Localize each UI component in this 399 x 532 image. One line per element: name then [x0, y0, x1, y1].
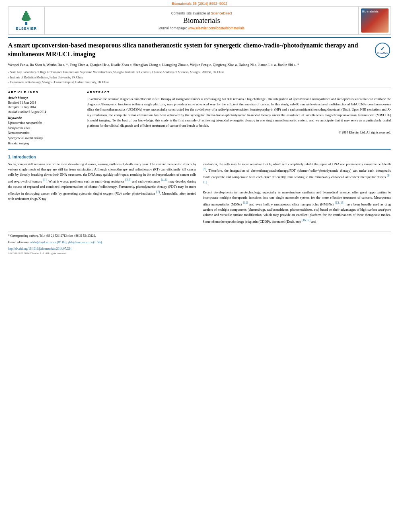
homepage-line: journal homepage: www.elsevier.com/locat…	[158, 26, 245, 30]
elsevier-logo-area: ELSEVIER	[8, 7, 45, 34]
article-title: A smart upconversion-based mesoporous si…	[8, 41, 375, 58]
journal-citation: Biomaterials 35 (2014) 8992–9002	[0, 0, 399, 6]
keyword-1: Upconversion nanoparticles	[8, 121, 80, 126]
divider-2	[8, 149, 391, 150]
corresponding-note: * Corresponding authors. Tel.: +86 21 52…	[8, 234, 391, 238]
journal-logo-text: Bio materials	[362, 10, 378, 13]
elsevier-label: ELSEVIER	[16, 27, 37, 31]
doi-link[interactable]: http://dx.doi.org/10.1016/j.biomaterials…	[8, 246, 391, 251]
intro-col-right: irradiation, the cells may be more sensi…	[203, 162, 391, 228]
accepted-date: Accepted 17 July 2014	[8, 105, 80, 109]
introduction-section: 1. Introduction So far, cancer still rem…	[8, 155, 391, 228]
journal-center: Contents lists available at ScienceDirec…	[45, 7, 358, 34]
sciencedirect-link[interactable]: ScienceDirect	[211, 11, 232, 15]
homepage-label: journal homepage:	[158, 26, 188, 30]
footer-area: * Corresponding authors. Tel.: +86 21 52…	[8, 232, 391, 255]
intro-para-2: irradiation, the cells may be more sensi…	[203, 162, 391, 187]
journal-ref-text: Biomaterials 35 (2014) 8992–9002	[172, 2, 227, 6]
sciencedirect-label: Contents lists available at	[171, 11, 210, 15]
journal-header: ELSEVIER Contents lists available at Sci…	[8, 6, 391, 35]
elsevier-logo: ELSEVIER	[16, 10, 37, 31]
issn-notice: 0142-9612/© 2014 Elsevier Ltd. All right…	[8, 252, 391, 255]
article-info-column: ARTICLE INFO Article history: Received 1…	[8, 90, 80, 146]
intro-para-1: So far, cancer still remains one of the …	[8, 162, 196, 202]
affiliation-b: b Institute of Radiation Medicine, Fudan…	[8, 75, 391, 80]
affiliations-section: a State Key Laboratory of High Performan…	[8, 70, 391, 84]
affiliation-a: a State Key Laboratory of High Performan…	[8, 70, 391, 74]
keyword-2: Mesoporous silica	[8, 126, 80, 131]
corresponding-note-text: * Corresponding authors. Tel.: +86 21 52…	[8, 234, 96, 238]
keyword-5: Bimodal imaging	[8, 141, 80, 146]
sciencedirect-line: Contents lists available at ScienceDirec…	[171, 11, 232, 15]
email-label: E-mail addresses:	[8, 240, 29, 244]
journal-title: Biomaterials	[183, 16, 220, 25]
copyright-notice: © 2014 Elsevier Ltd. All rights reserved…	[87, 131, 391, 134]
keyword-4: Synergetic tri-modal therapy	[8, 136, 80, 141]
page: Biomaterials 35 (2014) 8992–9002 ELSEVIE…	[0, 0, 399, 532]
crossmark-badge: ✓ CrossMark	[375, 43, 391, 59]
intro-heading: 1. Introduction	[8, 155, 391, 159]
info-abstract-section: ARTICLE INFO Article history: Received 1…	[8, 90, 391, 146]
affil-c-text: Department of Radiology, Shanghai Cancer…	[10, 80, 109, 84]
authors-text: Wenpei Fan a, Bo Shen b, Wenbo Bu a, *, …	[8, 63, 299, 67]
article-history-title: Article history:	[8, 96, 80, 100]
elsevier-tree-icon	[16, 10, 36, 26]
journal-logo-area: Bio materials	[358, 7, 391, 34]
authors-section: Wenpei Fan a, Bo Shen b, Wenbo Bu a, *, …	[8, 62, 391, 68]
intro-para-3: Recent developments in nanotechnology, e…	[203, 190, 391, 224]
journal-logo-box: Bio materials	[361, 8, 389, 33]
homepage-url[interactable]: www.elsevier.com/locate/biomaterials	[188, 26, 245, 30]
keywords-title: Keywords:	[8, 116, 80, 120]
received-date: Received 11 June 2014	[8, 101, 80, 105]
abstract-text: To achieve the accurate diagnosis and ef…	[87, 97, 391, 128]
affil-a-text: State Key Laboratory of High Performance…	[10, 70, 224, 74]
article-content: A smart upconversion-based mesoporous si…	[8, 37, 391, 228]
intro-col-left: So far, cancer still remains one of the …	[8, 162, 196, 228]
crossmark-icon: ✓ CrossMark	[375, 43, 390, 58]
article-info-title: ARTICLE INFO	[8, 90, 80, 94]
svg-point-4	[25, 11, 28, 13]
affiliation-c: c Department of Radiology, Shanghai Canc…	[8, 80, 391, 84]
email-note: E-mail addresses: wbbu@mail.sic.ac.cn (W…	[8, 240, 391, 245]
keyword-3: Nanotheranostics	[8, 131, 80, 136]
abstract-column: ABSTRACT To achieve the accurate diagnos…	[87, 90, 391, 146]
svg-rect-0	[25, 22, 28, 25]
divider-1	[8, 88, 391, 88]
available-date: Available online 5 August 2014	[8, 110, 80, 114]
article-title-section: A smart upconversion-based mesoporous si…	[8, 37, 391, 59]
intro-two-col: So far, cancer still remains one of the …	[8, 162, 391, 228]
abstract-title: ABSTRACT	[87, 90, 391, 94]
affil-b-text: Institute of Radiation Medicine, Fudan U…	[10, 75, 83, 80]
email-addresses[interactable]: wbbu@mail.sic.ac.cn (W. Bu), jlshi@mail.…	[30, 240, 103, 244]
